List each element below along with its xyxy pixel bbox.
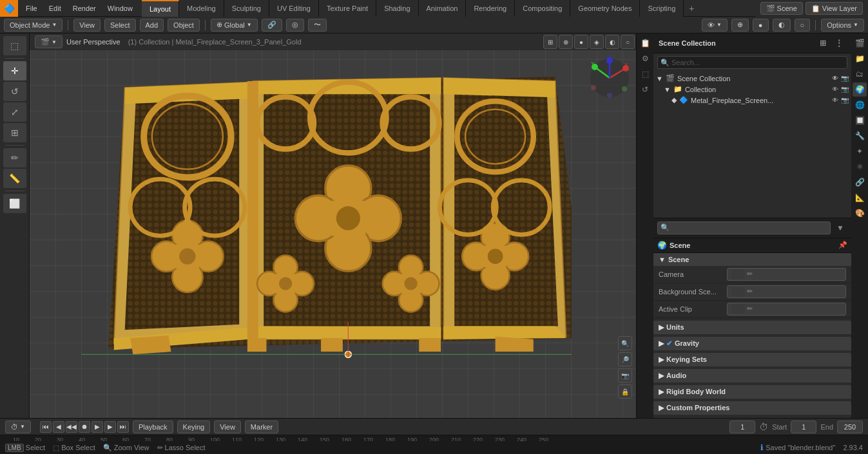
tab-layout[interactable]: Layout bbox=[142, 0, 179, 17]
clip-eyedropper[interactable]: ✏ bbox=[747, 305, 753, 313]
options-button[interactable]: Options ▼ bbox=[821, 19, 864, 32]
collection-render-icon[interactable]: 📷 bbox=[841, 86, 849, 93]
data-prop-tab[interactable]: 📐 bbox=[853, 191, 867, 205]
view-layer-selector[interactable]: 📋 View Layer bbox=[805, 2, 863, 15]
bg-eyedropper[interactable]: ✏ bbox=[747, 287, 753, 296]
add-menu[interactable]: Add bbox=[140, 19, 164, 32]
transform-tool[interactable]: ⊞ bbox=[3, 123, 26, 142]
viewport-navigation-gizmo[interactable]: X Y Z bbox=[587, 55, 632, 100]
proportional-edit[interactable]: ◎ bbox=[286, 19, 304, 32]
measure-tool[interactable]: 📏 bbox=[3, 169, 26, 188]
play-btn[interactable]: ▶ bbox=[92, 421, 103, 433]
keying-menu[interactable]: Keying bbox=[177, 421, 211, 433]
stop-btn[interactable]: ⏺ bbox=[79, 421, 90, 433]
gizmo-button[interactable]: ⊕ bbox=[731, 19, 749, 32]
start-frame-input[interactable]: 1 bbox=[791, 421, 816, 433]
jump-end-btn[interactable]: ⏭ bbox=[117, 421, 129, 433]
shading-solid[interactable]: ● bbox=[753, 19, 769, 32]
collection-vis-icon[interactable]: 👁 bbox=[832, 86, 838, 93]
tab-texture-paint[interactable]: Texture Paint bbox=[319, 0, 376, 17]
rotate-tool[interactable]: ↺ bbox=[3, 82, 26, 101]
viewport-shading-ren-btn[interactable]: ○ bbox=[621, 35, 635, 49]
tab-sculpting[interactable]: Sculpting bbox=[224, 0, 269, 17]
viewport-gizmo-btn[interactable]: ⊕ bbox=[559, 35, 573, 49]
world-prop-tab[interactable]: 🌐 bbox=[853, 98, 867, 112]
tab-modeling[interactable]: Modeling bbox=[179, 0, 224, 17]
custom-props-header[interactable]: ▶ Custom Properties bbox=[653, 401, 851, 415]
pin-icon[interactable]: 📌 bbox=[838, 241, 847, 249]
filter-btn[interactable]: ⊞ bbox=[816, 36, 830, 50]
view-layer-prop-tab[interactable]: 🗂 bbox=[853, 67, 867, 81]
object-prop-tab[interactable]: 🔲 bbox=[853, 113, 867, 128]
material-prop-tab[interactable]: 🎨 bbox=[853, 206, 867, 220]
modifier-prop-tab[interactable]: 🔧 bbox=[853, 129, 867, 143]
curve-display[interactable]: 〜 bbox=[308, 19, 327, 32]
select-menu[interactable]: Select bbox=[104, 19, 136, 32]
particles-prop-tab[interactable]: ✦ bbox=[853, 144, 867, 158]
camera-view-btn[interactable]: 📷 bbox=[618, 368, 632, 383]
output-prop-tab[interactable]: 📁 bbox=[853, 52, 867, 66]
scene-prop-tab[interactable]: 🌍 bbox=[853, 82, 867, 97]
visibility-icon[interactable]: 👁 bbox=[832, 75, 838, 82]
view-menu[interactable]: View bbox=[73, 19, 101, 32]
constraints-prop-tab[interactable]: 🔗 bbox=[853, 175, 867, 189]
menu-edit[interactable]: Edit bbox=[44, 3, 66, 14]
tab-animation[interactable]: Animation bbox=[419, 0, 467, 17]
camera-value[interactable]: ✏ bbox=[727, 268, 846, 281]
menu-window[interactable]: Window bbox=[102, 3, 138, 14]
timeline-type-btn[interactable]: ⏱ ▼ bbox=[5, 421, 31, 433]
shading-render[interactable]: ○ bbox=[795, 19, 811, 32]
jump-next-btn[interactable]: ▶ bbox=[104, 421, 116, 433]
snap-button[interactable]: 🔗 bbox=[262, 19, 282, 32]
mesh-vis-icon[interactable]: 👁 bbox=[832, 97, 838, 104]
mesh-render-icon[interactable]: 📷 bbox=[841, 97, 849, 104]
filter-icon[interactable]: ⬚ bbox=[638, 67, 652, 81]
zoom-in-btn[interactable]: 🔍 bbox=[618, 336, 632, 350]
keying-sets-header[interactable]: ▶ Keying Sets bbox=[653, 353, 851, 366]
tab-geometry-nodes[interactable]: Geometry Nodes bbox=[570, 0, 640, 17]
jump-start-btn[interactable]: ⏮ bbox=[40, 421, 52, 433]
outliner-scene-collection[interactable]: ▼ 🎬 Scene Collection 👁 📷 bbox=[653, 73, 851, 84]
camera-eyedropper[interactable]: ✏ bbox=[747, 270, 753, 278]
zoom-out-btn[interactable]: 🔎 bbox=[618, 352, 632, 366]
rigid-body-header[interactable]: ▶ Rigid Body World bbox=[653, 385, 851, 399]
menu-file[interactable]: File bbox=[21, 3, 43, 14]
scale-tool[interactable]: ⤢ bbox=[3, 102, 26, 122]
audio-section-header[interactable]: ▶ Audio bbox=[653, 369, 851, 383]
timeline-view-menu[interactable]: View bbox=[214, 421, 241, 433]
background-scene-value[interactable]: ✏ bbox=[727, 285, 846, 298]
outliner-search[interactable]: 🔍 Search... bbox=[657, 56, 847, 69]
units-section-header[interactable]: ▶ Units bbox=[653, 321, 851, 334]
viewport-shading-solid-btn[interactable]: ● bbox=[574, 35, 588, 49]
annotate-tool[interactable]: ✏ bbox=[3, 148, 26, 167]
lock-view-btn[interactable]: 🔒 bbox=[618, 384, 632, 399]
gravity-section-header[interactable]: ▶ ✔ Gravity bbox=[653, 337, 851, 350]
viewport-overlay-btn[interactable]: ⊞ bbox=[543, 35, 557, 49]
outliner-collection[interactable]: ▼ 📁 Collection 👁 📷 bbox=[661, 84, 851, 95]
play-rev-btn[interactable]: ◀◀ bbox=[66, 421, 77, 433]
viewport[interactable]: 🎬 ▼ User Perspective (1) Collection | Me… bbox=[30, 33, 636, 418]
viewport-editor-type[interactable]: 🎬 ▼ bbox=[35, 35, 63, 48]
frame-current-input[interactable]: 1 bbox=[729, 421, 755, 433]
properties-icon[interactable]: ⚙ bbox=[638, 52, 652, 66]
render-prop-tab[interactable]: 🎬 bbox=[853, 36, 867, 50]
physics-prop-tab[interactable]: ⚛ bbox=[853, 160, 867, 174]
menu-render[interactable]: Render bbox=[68, 3, 101, 14]
render-vis-icon[interactable]: 📷 bbox=[841, 75, 849, 82]
object-menu[interactable]: Object bbox=[168, 19, 200, 32]
active-clip-value[interactable]: ✏ bbox=[727, 303, 846, 316]
viewport-shading-mat-btn[interactable]: ◐ bbox=[605, 35, 619, 49]
outliner-mesh-object[interactable]: ◆ 🔷 Metal_Fireplace_Screen... 👁 📷 bbox=[669, 95, 851, 106]
properties-filter-btn[interactable]: ▼ bbox=[833, 221, 847, 235]
marker-menu[interactable]: Marker bbox=[245, 421, 278, 433]
overlay-button[interactable]: 👁 ▼ bbox=[702, 19, 728, 32]
playback-menu[interactable]: Playback bbox=[133, 421, 173, 433]
mode-selector[interactable]: Object Mode ▼ bbox=[4, 19, 63, 32]
gravity-checkbox[interactable]: ✔ bbox=[666, 339, 672, 348]
end-frame-input[interactable]: 250 bbox=[837, 421, 863, 433]
outliner-icon[interactable]: 📋 bbox=[638, 36, 652, 50]
move-tool[interactable]: ✛ bbox=[3, 61, 26, 80]
add-cube-tool[interactable]: ⬜ bbox=[3, 194, 26, 213]
scene-section-header[interactable]: ▼ Scene bbox=[653, 253, 851, 266]
add-workspace-button[interactable]: + bbox=[684, 1, 699, 16]
